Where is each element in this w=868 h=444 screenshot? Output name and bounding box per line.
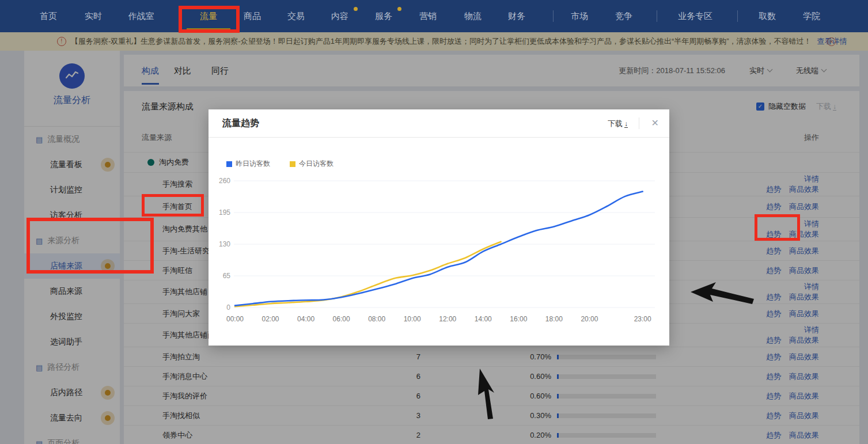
nav-item-营销[interactable]: 营销 xyxy=(419,0,437,32)
svg-text:23:00: 23:00 xyxy=(634,315,651,323)
modal-download-button[interactable]: 下载↓ xyxy=(608,119,628,129)
svg-text:260: 260 xyxy=(219,177,230,185)
svg-text:08:00: 08:00 xyxy=(368,315,385,323)
trend-line-chart: 06513019526000:0002:0004:0006:0008:0010:… xyxy=(211,172,666,339)
nav-item-内容[interactable]: 内容 xyxy=(331,0,348,32)
nav-item-竞争[interactable]: 竞争 xyxy=(615,0,632,32)
nav-item-学院[interactable]: 学院 xyxy=(803,0,820,32)
nav-item-市场[interactable]: 市场 xyxy=(571,0,588,32)
svg-text:04:00: 04:00 xyxy=(297,315,314,323)
svg-text:0: 0 xyxy=(226,303,230,312)
svg-text:65: 65 xyxy=(223,272,231,280)
nav-item-首页[interactable]: 首页 xyxy=(40,0,57,32)
svg-text:16:00: 16:00 xyxy=(510,315,527,323)
nav-item-服务[interactable]: 服务 xyxy=(375,0,392,32)
divider xyxy=(639,117,639,129)
svg-text:02:00: 02:00 xyxy=(262,315,279,323)
nav-item-流量[interactable]: 流量 xyxy=(200,0,217,32)
chart-legend: 昨日访客数今日访客数 xyxy=(226,159,353,169)
legend-swatch xyxy=(290,161,295,167)
nav-divider xyxy=(553,10,554,22)
svg-text:12:00: 12:00 xyxy=(439,315,456,323)
modal-close-icon[interactable]: ✕ xyxy=(651,117,659,128)
modal-title: 流量趋势 xyxy=(222,117,259,130)
nav-item-财务[interactable]: 财务 xyxy=(508,0,525,32)
nav-item-交易[interactable]: 交易 xyxy=(287,0,305,32)
nav-divider xyxy=(657,10,657,22)
new-badge-dot xyxy=(354,7,358,11)
legend-swatch xyxy=(226,161,232,167)
nav-item-作战室[interactable]: 作战室 xyxy=(128,0,154,32)
legend-label: 今日访客数 xyxy=(299,159,333,169)
nav-active-underline xyxy=(187,28,230,31)
legend-item: 今日访客数 xyxy=(290,159,333,169)
nav-item-实时[interactable]: 实时 xyxy=(85,0,102,32)
svg-text:10:00: 10:00 xyxy=(404,315,421,323)
nav-item-商品[interactable]: 商品 xyxy=(244,0,261,32)
modal-header: 流量趋势 下载↓ ✕ xyxy=(209,109,669,138)
nav-divider xyxy=(737,10,738,22)
legend-label: 昨日访客数 xyxy=(236,159,270,169)
svg-text:06:00: 06:00 xyxy=(333,315,350,323)
svg-text:195: 195 xyxy=(219,208,230,217)
new-badge-dot xyxy=(397,7,401,11)
top-nav: 首页实时作战室流量商品交易内容服务营销物流财务市场竞争业务专区取数学院 xyxy=(0,0,868,32)
nav-item-物流[interactable]: 物流 xyxy=(464,0,482,32)
trend-modal: 流量趋势 下载↓ ✕ 昨日访客数今日访客数 06513019526000:000… xyxy=(209,109,669,346)
legend-item: 昨日访客数 xyxy=(226,159,270,169)
svg-text:130: 130 xyxy=(219,240,230,248)
nav-item-业务专区[interactable]: 业务专区 xyxy=(678,0,712,32)
download-icon: ↓ xyxy=(624,121,628,128)
svg-text:18:00: 18:00 xyxy=(545,315,563,323)
svg-text:14:00: 14:00 xyxy=(475,315,492,323)
app-root: 首页实时作战室流量商品交易内容服务营销物流财务市场竞争业务专区取数学院 ! 【服… xyxy=(0,0,868,444)
svg-text:20:00: 20:00 xyxy=(581,315,598,323)
svg-text:00:00: 00:00 xyxy=(226,315,244,323)
nav-item-取数[interactable]: 取数 xyxy=(759,0,776,32)
